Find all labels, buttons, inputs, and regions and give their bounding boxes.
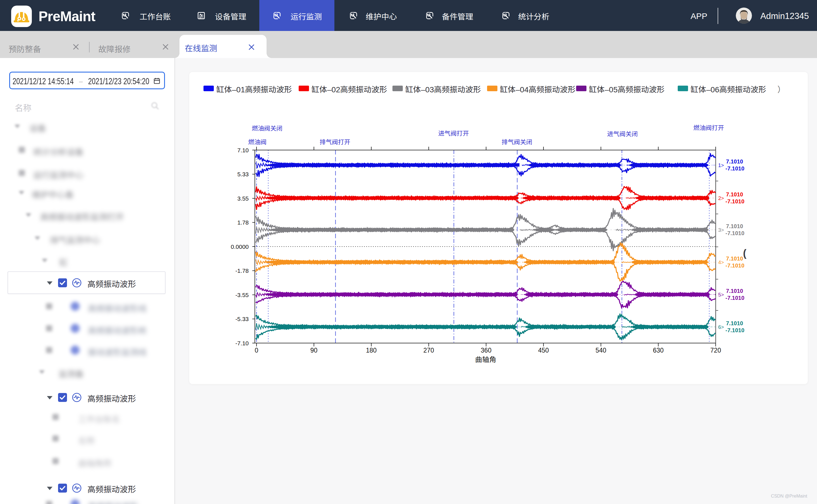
svg-text:曲轴角: 曲轴角 (475, 354, 496, 364)
svg-text:7.1010: 7.1010 (726, 288, 743, 294)
svg-text:4>: 4> (718, 260, 724, 265)
svg-text:进气阀关闭: 进气阀关闭 (607, 129, 638, 138)
svg-text:7.1010: 7.1010 (726, 255, 743, 262)
svg-text:3>: 3> (718, 227, 724, 233)
svg-text:7.1010: 7.1010 (726, 320, 743, 326)
svg-text:1.78: 1.78 (237, 219, 249, 226)
svg-text:3.55: 3.55 (237, 195, 249, 202)
svg-text:排气阀关闭: 排气阀关闭 (502, 137, 532, 146)
svg-text:-7.1010: -7.1010 (726, 230, 744, 236)
svg-text:450: 450 (538, 347, 549, 354)
svg-text:-7.1010: -7.1010 (726, 165, 744, 172)
svg-text:-7.1010: -7.1010 (726, 198, 744, 204)
svg-text:270: 270 (423, 347, 434, 354)
svg-text:-5.33: -5.33 (235, 316, 249, 322)
svg-text:2>: 2> (718, 196, 724, 201)
svg-text:-1.78: -1.78 (235, 267, 249, 274)
svg-text:630: 630 (653, 347, 664, 354)
svg-text:7.1010: 7.1010 (726, 191, 743, 197)
svg-text:进气阀打开: 进气阀打开 (438, 128, 469, 137)
svg-text:90: 90 (310, 347, 318, 354)
svg-text:-7.1010: -7.1010 (726, 262, 744, 269)
svg-text:720: 720 (710, 347, 721, 354)
svg-text:燃油阀打开: 燃油阀打开 (693, 123, 724, 132)
svg-text:-7.1010: -7.1010 (726, 327, 744, 333)
svg-text:540: 540 (596, 347, 606, 354)
svg-text:0: 0 (255, 347, 259, 354)
svg-text:6>: 6> (718, 324, 724, 330)
svg-text:0.0000: 0.0000 (231, 243, 249, 250)
svg-text:180: 180 (366, 347, 377, 354)
svg-text:7.10: 7.10 (237, 147, 249, 153)
svg-text:5>: 5> (718, 292, 724, 298)
svg-text:7.1010: 7.1010 (726, 223, 743, 229)
svg-text:7.1010: 7.1010 (726, 158, 743, 165)
svg-text:(: ( (743, 247, 746, 259)
svg-text:360: 360 (481, 347, 491, 354)
svg-text:1>: 1> (718, 163, 724, 168)
svg-text:燃油阀关闭: 燃油阀关闭 (252, 123, 283, 132)
svg-text:排气阀打开: 排气阀打开 (320, 137, 350, 146)
svg-text:-7.10: -7.10 (235, 340, 249, 346)
svg-text:5.33: 5.33 (237, 171, 249, 177)
svg-text:燃油阀: 燃油阀 (248, 137, 267, 146)
svg-text:-7.1010: -7.1010 (726, 295, 744, 301)
svg-text:-3.55: -3.55 (235, 292, 249, 298)
